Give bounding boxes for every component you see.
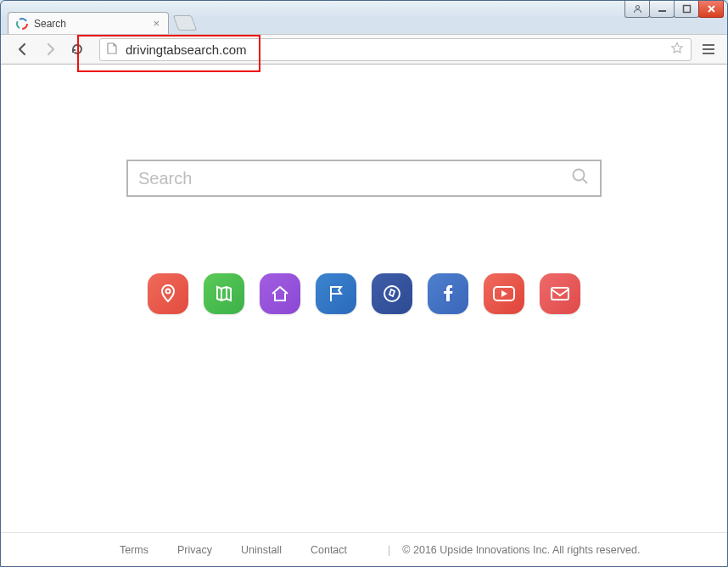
magnifier-icon — [571, 167, 590, 186]
reload-icon — [70, 42, 85, 57]
shortcut-youtube[interactable] — [484, 273, 524, 314]
shortcut-mail[interactable] — [540, 273, 580, 314]
footer-link-terms[interactable]: Terms — [120, 544, 148, 556]
hamburger-icon — [702, 43, 715, 55]
page-body — [1, 65, 727, 532]
menu-button[interactable] — [698, 39, 719, 59]
svg-point-0 — [636, 6, 639, 9]
home-icon — [269, 283, 291, 305]
search-input[interactable] — [138, 169, 571, 188]
page-content: Terms Privacy Uninstall Contact | © 2016… — [1, 65, 727, 566]
shortcut-row — [148, 273, 580, 314]
svg-point-7 — [166, 289, 171, 294]
footer-copyright: © 2016 Upside Innovations Inc. All right… — [402, 544, 640, 556]
page-icon — [107, 42, 119, 57]
map-icon — [213, 283, 235, 305]
mail-icon — [548, 283, 572, 305]
browser-toolbar: drivingtabsearch.com — [1, 34, 727, 65]
flag-icon — [325, 283, 347, 305]
address-bar[interactable]: drivingtabsearch.com — [99, 38, 692, 61]
bookmark-button[interactable] — [670, 42, 684, 58]
page-footer: Terms Privacy Uninstall Contact | © 2016… — [1, 532, 727, 566]
tab-close-button[interactable]: × — [151, 17, 161, 30]
svg-rect-10 — [552, 288, 568, 300]
footer-link-uninstall[interactable]: Uninstall — [241, 544, 282, 556]
shortcut-facebook[interactable] — [428, 273, 468, 314]
footer-link-contact[interactable]: Contact — [311, 544, 347, 556]
location-pin-icon — [157, 283, 179, 305]
browser-window: Search × drivingtabsearch.com — [0, 0, 728, 567]
url-text: drivingtabsearch.com — [126, 42, 247, 57]
svg-point-8 — [384, 286, 400, 301]
compass-icon — [381, 283, 403, 305]
tab-title: Search — [34, 18, 66, 30]
shortcut-map[interactable] — [204, 273, 244, 314]
footer-separator: | — [388, 544, 390, 556]
star-icon — [670, 42, 684, 55]
facebook-icon — [437, 283, 459, 305]
forward-button[interactable] — [40, 39, 60, 59]
shortcut-flag[interactable] — [316, 273, 356, 314]
youtube-play-icon — [491, 283, 517, 305]
search-box[interactable] — [126, 160, 602, 197]
reload-button[interactable] — [67, 39, 87, 59]
arrow-left-icon — [15, 42, 31, 57]
arrow-right-icon — [42, 42, 58, 57]
new-tab-button[interactable] — [173, 15, 198, 31]
shortcut-compass[interactable] — [372, 273, 412, 314]
shortcut-home[interactable] — [260, 273, 300, 314]
footer-link-privacy[interactable]: Privacy — [177, 544, 212, 556]
title-bar — [1, 1, 727, 11]
tab-favicon-icon — [15, 17, 29, 31]
shortcut-location[interactable] — [148, 273, 188, 314]
tab-strip: Search × — [1, 11, 727, 34]
browser-tab[interactable]: Search × — [8, 12, 169, 34]
svg-point-6 — [574, 170, 585, 181]
back-button[interactable] — [13, 39, 33, 59]
search-button[interactable] — [571, 167, 590, 189]
